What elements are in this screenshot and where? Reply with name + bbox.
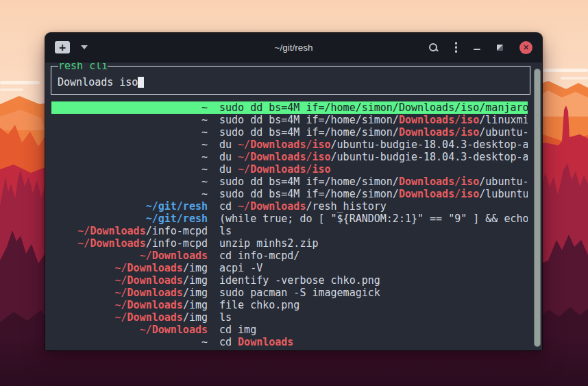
row-directory: ~ [51, 126, 208, 138]
history-row[interactable]: ~du ~/Downloads/iso/ubuntu-budgie-18.04.… [51, 138, 528, 151]
search-input[interactable]: Downloads iso [58, 76, 144, 88]
row-directory: ~/Downloads [51, 324, 208, 336]
cloud-streak [0, 88, 23, 91]
history-row[interactable]: ~/Downloads/imgfile chko.png [51, 299, 528, 311]
row-command: cd info-mcpd/ [219, 250, 528, 262]
search-box-label: resh cli [58, 62, 108, 71]
history-row[interactable]: ~du ~/Downloads/iso/ubuntu-budgie-18.04.… [51, 151, 528, 163]
menu-kebab-icon[interactable] [455, 42, 458, 53]
history-list: ~sudo dd bs=4M if=/home/simon/Downloads/… [51, 101, 528, 348]
history-row[interactable]: ~sudo dd bs=4M if=/home/simon/Downloads/… [51, 126, 528, 138]
row-directory: ~ [51, 163, 208, 176]
titlebar: + ~/git/resh ✕ [45, 33, 542, 62]
row-directory: ~/git/resh [51, 213, 208, 225]
minimize-button[interactable] [474, 49, 480, 50]
row-command: file chko.png [219, 299, 528, 311]
close-button[interactable]: ✕ [519, 41, 532, 54]
row-directory: ~/Downloads [51, 250, 208, 262]
row-directory: ~/Downloads/img [51, 287, 208, 299]
row-command: identify -verbose chko.png [219, 274, 528, 287]
row-directory: ~ [51, 138, 208, 151]
row-directory: ~/Downloads/img [51, 274, 208, 287]
history-row[interactable]: ~/git/reshcd ~/Downloads/resh_history [51, 200, 528, 213]
terminal-window: + ~/git/resh ✕ resh cli Downloads iso ~s… [45, 33, 542, 350]
row-command: sudo dd bs=4M if=/home/simon/Downloads/i… [219, 126, 528, 138]
row-command: cd img [219, 324, 528, 336]
row-command: ls [219, 225, 528, 237]
row-command: du ~/Downloads/iso [219, 163, 528, 176]
row-command: du ~/Downloads/iso/ubuntu-budgie-18.04.3… [219, 151, 528, 163]
cloud-streak [0, 81, 40, 84]
terminal-content: resh cli Downloads iso ~sudo dd bs=4M if… [45, 62, 542, 350]
search-box[interactable]: resh cli Downloads iso [51, 66, 530, 95]
history-row[interactable]: ~sudo dd bs=4M if=/home/simon/Downloads/… [51, 101, 528, 114]
history-row[interactable]: ~cd Downloads [51, 336, 528, 348]
history-row[interactable]: ~/Downloads/imgsudo pacman -S imagemagic… [51, 287, 528, 299]
row-command: sudo dd bs=4M if=/home/simon/Downloads/i… [219, 188, 528, 200]
row-command: acpi -V [219, 262, 528, 274]
history-row[interactable]: ~sudo dd bs=4M if=/home/simon/Downloads/… [51, 114, 528, 126]
row-command: du ~/Downloads/iso/ubuntu-budgie-18.04.3… [219, 138, 528, 151]
row-directory: ~/Downloads/img [51, 262, 208, 274]
row-directory: ~/git/resh [51, 200, 208, 213]
history-row[interactable]: ~/git/resh(while true; do [ "${RANDOM:2:… [51, 213, 528, 225]
search-query-text: Downloads iso [58, 76, 138, 88]
history-row[interactable]: ~/Downloads/info-mcpdunzip minhs2.zip [51, 237, 528, 250]
history-row[interactable]: ~/Downloads/imgidentify -verbose chko.pn… [51, 274, 528, 287]
row-directory: ~ [51, 188, 208, 200]
cloud-streak [543, 69, 588, 72]
cloud-streak [561, 77, 588, 80]
row-command: ls [219, 311, 528, 324]
row-directory: ~ [51, 176, 208, 188]
row-command: sudo dd bs=4M if=/home/simon/Downloads/i… [219, 114, 528, 126]
history-row[interactable]: ~sudo dd bs=4M if=/home/simon/Downloads/… [51, 176, 528, 188]
search-icon[interactable] [428, 43, 439, 53]
restore-button[interactable] [497, 45, 503, 51]
row-directory: ~ [51, 336, 208, 348]
text-cursor [138, 77, 144, 88]
row-directory: ~ [51, 114, 208, 126]
row-command: sudo dd bs=4M if=/home/simon/Downloads/i… [219, 101, 528, 114]
history-row[interactable]: ~/Downloads/info-mcpdls [51, 225, 528, 237]
history-row[interactable]: ~/Downloads/imgacpi -V [51, 262, 528, 274]
row-command: unzip minhs2.zip [219, 237, 528, 250]
row-directory: ~/Downloads/info-mcpd [51, 225, 208, 237]
row-command: (while true; do [ "${RANDOM:2:1}" == "9"… [219, 213, 528, 225]
history-row[interactable]: ~/Downloadscd info-mcpd/ [51, 250, 528, 262]
row-directory: ~ [51, 151, 208, 163]
row-command: cd ~/Downloads/resh_history [219, 200, 528, 213]
row-directory: ~/Downloads/info-mcpd [51, 237, 208, 250]
row-command: sudo pacman -S imagemagick [219, 287, 528, 299]
row-directory: ~/Downloads/img [51, 299, 208, 311]
history-row[interactable]: ~du ~/Downloads/iso [51, 163, 528, 176]
scrollbar-thumb[interactable] [534, 69, 541, 347]
row-command: sudo dd bs=4M if=/home/simon/Downloads/i… [219, 176, 528, 188]
history-row[interactable]: ~sudo dd bs=4M if=/home/simon/Downloads/… [51, 188, 528, 200]
close-icon: ✕ [523, 44, 529, 51]
row-directory: ~/Downloads/img [51, 311, 208, 324]
row-directory: ~ [51, 101, 208, 114]
history-row[interactable]: ~/Downloads/imgls [51, 311, 528, 324]
history-row[interactable]: ~/Downloadscd img [51, 324, 528, 336]
row-command: cd Downloads [219, 336, 528, 348]
